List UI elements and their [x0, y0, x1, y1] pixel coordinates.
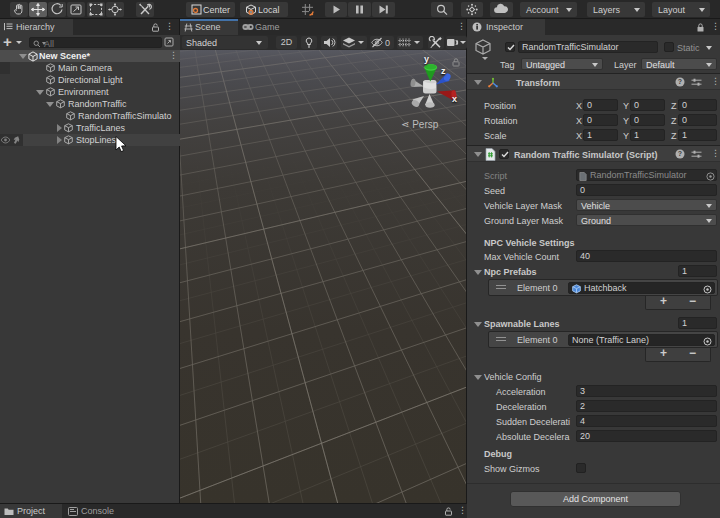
svg-text:?: ?	[678, 150, 682, 157]
svg-text:?: ?	[678, 78, 682, 85]
